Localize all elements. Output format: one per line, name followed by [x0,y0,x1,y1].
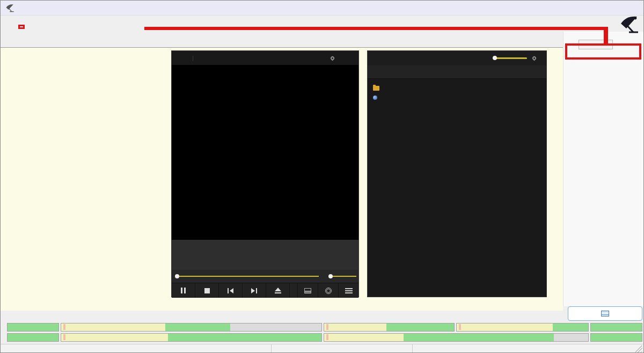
tuner-subtitle [16,25,25,29]
lof-settings [18,25,25,29]
subtitle-button[interactable] [297,283,318,298]
browser-titlebar[interactable] [368,51,546,65]
mis-dropdown[interactable] [579,40,613,49]
sync-indicator [590,333,642,342]
divider: | [192,55,194,61]
list-view-icon [601,311,609,317]
present-indicator [7,323,59,332]
pid-status-bars [7,312,562,320]
folder-up-item[interactable] [368,84,546,93]
annotation-line-horizontal [144,27,608,30]
potplayer-window: | [171,50,359,297]
preber-bar [324,323,455,332]
status-best-signal [413,344,637,353]
resize-grip[interactable] [635,345,642,352]
status-lock-uptime [1,344,272,353]
app-satellite-icon [5,4,15,12]
volume-knob[interactable] [328,274,333,278]
eject-button[interactable] [266,283,290,298]
satellite-dish-icon [618,15,642,34]
mode-tabs [1,35,563,48]
potplayer-titlebar[interactable]: | [172,51,358,65]
close-button[interactable] [618,1,641,14]
browser-content [368,79,546,297]
browser-pin-icon[interactable] [532,56,537,61]
seek-knob[interactable] [175,274,179,278]
mis-row [564,38,644,51]
settings-gear-button[interactable] [318,283,338,298]
browser-tabbar [368,65,546,79]
browser-slider[interactable] [493,57,527,59]
level-bar [61,323,322,332]
lock-indicator [7,333,59,342]
minimize-button[interactable] [570,1,594,14]
seek-row [172,270,358,283]
browser-slider-knob[interactable] [493,56,497,60]
pin-icon[interactable] [330,55,335,61]
status-sync-counters [272,344,413,353]
maximize-button[interactable] [594,1,618,14]
previous-button[interactable] [219,283,243,298]
main-content: | [1,48,563,311]
audio-equalizer [280,242,356,260]
next-button[interactable] [243,283,266,298]
ber-bar [456,323,589,332]
pid-list-button[interactable] [568,306,642,321]
folder-icon [373,86,379,91]
player-info-panel [172,240,358,270]
menu-button[interactable] [338,283,358,298]
quality-bar [61,333,322,342]
video-content [172,65,358,240]
volume-slider[interactable] [328,276,356,277]
world-clocks [156,2,542,25]
pause-button[interactable] [172,283,195,298]
statusbar [1,344,644,353]
video-area[interactable] [172,65,358,240]
transponder-panel [563,32,644,306]
browser-window [367,50,547,297]
input-rate-indicator [590,323,642,332]
snr-bar [324,333,589,342]
seek-bar[interactable] [175,276,319,277]
stop-button[interactable] [195,283,219,298]
audio-bullet-icon [373,95,377,100]
player-controls [172,283,358,298]
audio-track-item[interactable] [368,93,546,102]
signal-analyzer-window: | [0,0,644,353]
